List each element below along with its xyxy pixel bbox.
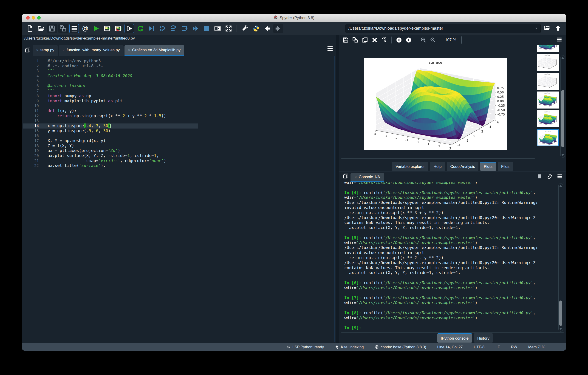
code-line: 6@author: tuxskar: [23, 83, 334, 88]
scroll-down-icon[interactable]: [559, 328, 562, 330]
close-window-button[interactable]: [26, 16, 30, 20]
new-file-button[interactable]: [25, 24, 35, 33]
tab-variable-explorer[interactable]: Variable explorer: [392, 162, 428, 171]
tab-files[interactable]: Files: [498, 162, 513, 171]
maximize-pane-button[interactable]: [213, 24, 222, 33]
plot-thumbnail[interactable]: [537, 54, 559, 71]
preferences-button[interactable]: [240, 24, 250, 33]
line-number: 10: [23, 103, 44, 109]
plots-scrollbar[interactable]: [560, 55, 565, 158]
run-file-button[interactable]: [91, 24, 101, 33]
plot-thumbnail[interactable]: [537, 91, 559, 109]
browse-directory-button[interactable]: [542, 24, 552, 33]
plot-zoom-level[interactable]: 107 %: [440, 36, 462, 44]
back-button[interactable]: [262, 24, 272, 33]
stop-square-icon: [536, 173, 543, 180]
pane-splitter[interactable]: [336, 35, 339, 343]
scroll-down-icon[interactable]: [561, 154, 564, 156]
tab-plots[interactable]: Plots: [480, 162, 496, 171]
close-icon[interactable]: ×: [128, 48, 130, 52]
browse-consoles-button[interactable]: [341, 172, 350, 182]
open-file-button[interactable]: [36, 24, 46, 33]
editor-options-menu-button[interactable]: [325, 44, 335, 54]
fullscreen-button[interactable]: [224, 24, 233, 33]
clear-console-button[interactable]: [545, 173, 554, 181]
debug-step-into-button[interactable]: [180, 24, 189, 33]
stop-debug-button[interactable]: [202, 24, 211, 33]
line-number: 2: [23, 64, 44, 69]
parent-directory-button[interactable]: [553, 24, 563, 33]
title-bar[interactable]: Spyder (Python 3.8): [22, 14, 566, 22]
plots-scrollbar-thumb[interactable]: [561, 90, 564, 147]
save-all-button[interactable]: [58, 24, 68, 33]
plot-thumbnail[interactable]: [537, 73, 559, 90]
spyder-window: Spyder (Python 3.8) @ /Users/tuxskar/Dow…: [22, 14, 566, 351]
debug-continue-icon: [192, 25, 199, 32]
run-cell-advance-button[interactable]: [114, 24, 123, 33]
line-number: 12: [23, 114, 44, 119]
save-plot-button[interactable]: [341, 36, 350, 44]
editor-tab[interactable]: ×temp.py: [33, 45, 58, 56]
console-scrollbar-thumb[interactable]: [559, 300, 562, 326]
previous-plot-button[interactable]: [395, 36, 403, 44]
console-line: In [9]:: [344, 326, 564, 331]
run-cell-button[interactable]: [103, 24, 112, 33]
debug-continue-button[interactable]: [191, 24, 200, 33]
console-tab[interactable]: × Console 1/A: [350, 173, 384, 182]
line-number: 6: [23, 83, 44, 88]
code-editor[interactable]: 1#!/usr/bin/env python32# -*- coding: ut…: [23, 56, 335, 342]
line-number: 7: [23, 88, 44, 94]
remove-all-plots-button[interactable]: [380, 36, 389, 44]
close-icon[interactable]: ×: [36, 48, 38, 52]
right-pane-tab-bar: Variable explorerHelpCode AnalysisPlotsF…: [339, 161, 566, 172]
outline-explorer-button[interactable]: [69, 24, 79, 33]
editor-tab[interactable]: ×function_with_many_values.py: [59, 45, 123, 56]
tab-ipython-console[interactable]: IPython console: [437, 333, 472, 342]
plot-thumbnail[interactable]: [537, 45, 559, 52]
save-all-plots-button[interactable]: [351, 36, 360, 44]
plots-options-menu-button[interactable]: [555, 36, 564, 44]
scroll-up-icon[interactable]: [561, 57, 564, 59]
minimize-window-button[interactable]: [32, 16, 35, 20]
plot-thumbnail[interactable]: [537, 129, 559, 146]
debug-run-button[interactable]: [147, 24, 156, 33]
code-line: 14x = np.linspace(-4, 3, 30): [23, 123, 334, 129]
console-scrollbar[interactable]: [558, 183, 563, 331]
console-line: /Users/tuxskar/Downloads/spyder-examples…: [344, 200, 564, 205]
plot-thumbnail[interactable]: [537, 110, 559, 127]
interrupt-kernel-button[interactable]: [535, 173, 544, 181]
zoom-window-button[interactable]: [37, 16, 41, 20]
copy-plot-button[interactable]: [361, 36, 369, 44]
close-icon[interactable]: ×: [63, 48, 64, 52]
folder-open-icon: [544, 25, 550, 33]
tab-code-analysis[interactable]: Code Analysis: [447, 162, 478, 171]
editor-tab[interactable]: ×Graficos en 3d Matplotlib.py: [125, 45, 184, 56]
next-plot-button[interactable]: [404, 36, 413, 44]
debug-step-over-button[interactable]: [168, 24, 178, 33]
code-line: 11def f(x, y):: [23, 109, 334, 114]
rerun-last-button[interactable]: [136, 24, 145, 33]
forward-button[interactable]: [273, 24, 283, 33]
ipython-console-output[interactable]: wdir='/Users/tuxskar/Downloads/spyder-ex…: [341, 182, 564, 333]
plots-pane: [339, 45, 566, 161]
run-selection-button[interactable]: [125, 24, 134, 33]
plot-thumbnail-canvas: [537, 54, 559, 71]
working-directory-input[interactable]: /Users/tuxskar/Downloads/spyder-examples…: [346, 24, 541, 33]
tab-history[interactable]: History: [474, 333, 493, 342]
zoom-in-button[interactable]: [429, 36, 437, 44]
tab-help[interactable]: Help: [430, 162, 445, 171]
remove-plot-button[interactable]: [370, 36, 379, 44]
python-env-button[interactable]: [251, 24, 261, 33]
browse-tabs-button[interactable]: [23, 45, 33, 56]
plot-thumbnail-canvas: [537, 130, 558, 145]
close-icon[interactable]: ×: [355, 175, 357, 179]
scroll-up-icon[interactable]: [559, 185, 562, 187]
console-line: In [6]: runfile('/Users/tuxskar/Download…: [344, 280, 564, 286]
console-options-menu-button[interactable]: [555, 173, 564, 181]
save-button[interactable]: [47, 24, 57, 33]
debug-file-button[interactable]: [158, 24, 167, 33]
console-header: × Console 1/A: [339, 172, 566, 182]
find-symbols-button[interactable]: @: [80, 24, 90, 33]
zoom-out-button[interactable]: [419, 36, 428, 44]
chevron-down-icon[interactable]: ▼: [535, 27, 538, 30]
